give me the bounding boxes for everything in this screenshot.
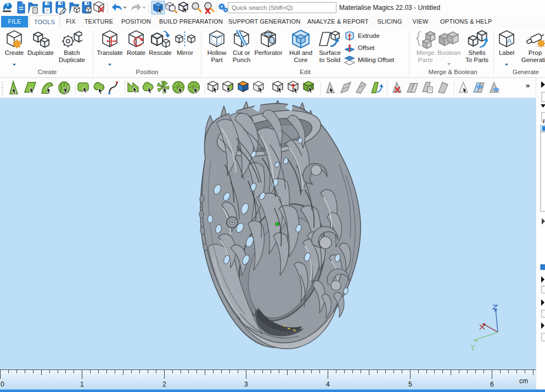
svg-text:1: 1 (542, 118, 545, 124)
svg-text:A: A (507, 37, 512, 45)
